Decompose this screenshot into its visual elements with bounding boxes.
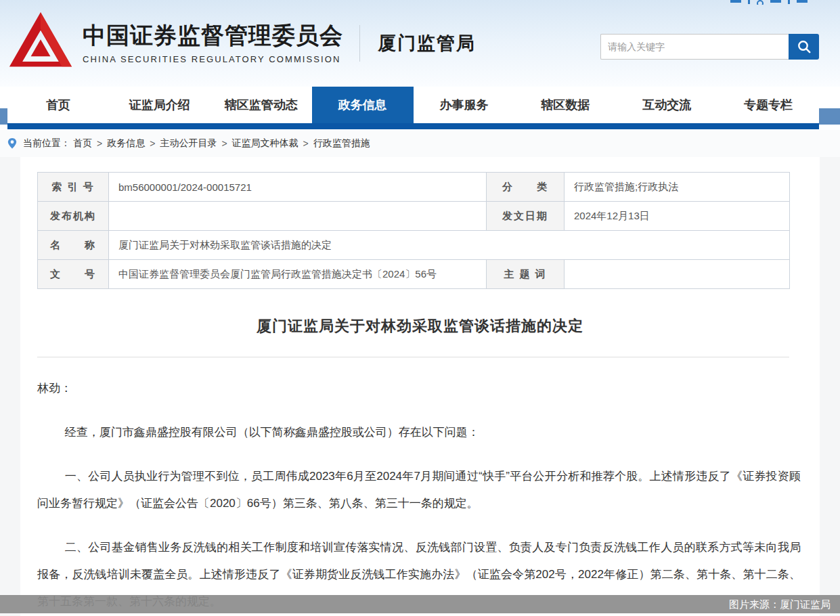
document-title: 厦门证监局关于对林劲采取监管谈话措施的决定: [20, 316, 820, 336]
nav-item-home[interactable]: 首页: [7, 87, 109, 123]
table-row: 发布机构 发文日期 2024年12月13日: [38, 202, 790, 231]
breadcrumb-separator: >: [221, 138, 227, 149]
nav-bar: 首页 证监局介绍 辖区监管动态 政务信息 办事服务 辖区数据 互动交流 专题专栏: [7, 87, 819, 123]
meta-value-issuer: [109, 202, 487, 231]
table-row: 名 称 厦门证监局关于对林劲采取监管谈话措施的决定: [38, 231, 790, 260]
meta-label-date: 发文日期: [487, 202, 565, 231]
meta-value-date: 2024年12月13日: [565, 202, 790, 231]
top-links-clipped: [730, 0, 808, 5]
table-row: 索 引 号 bm56000001/2024-00015721 分 类 行政监管措…: [38, 173, 790, 202]
breadcrumb-item-doc-types[interactable]: 证监局文种体裁: [232, 137, 299, 150]
search-icon: [797, 39, 812, 54]
meta-label-subject: 主 题 词: [487, 260, 565, 289]
image-source-bar: 图片来源：厦门证监局: [0, 595, 840, 613]
search-input[interactable]: [600, 34, 789, 60]
nav-item-interaction[interactable]: 互动交流: [616, 87, 717, 123]
nav-underline: [7, 123, 819, 129]
document-body: 林劲： 经查，厦门市鑫鼎盛控股有限公司（以下简称鑫鼎盛控股或公司）存在以下问题：…: [37, 375, 801, 615]
table-row: 文 号 中国证券监督管理委员会厦门监管局行政监管措施决定书〔2024〕56号 主…: [38, 260, 790, 289]
meta-value-index: bm56000001/2024-00015721: [109, 173, 487, 202]
org-name-en: CHINA SECURITIES REGULATORY COMMISSION: [83, 54, 343, 64]
breadcrumb-item-open-directory[interactable]: 主动公开目录: [160, 137, 217, 150]
document-meta-table: 索 引 号 bm56000001/2024-00015721 分 类 行政监管措…: [37, 172, 790, 289]
body-paragraph: 一、公司人员执业行为管理不到位，员工周伟成2023年6月至2024年7月期间通过…: [37, 463, 801, 517]
nav-item-gov-info[interactable]: 政务信息: [312, 87, 414, 123]
search-button[interactable]: [789, 34, 819, 60]
meta-label-name: 名 称: [38, 231, 109, 260]
csrc-logo-icon: [8, 11, 73, 76]
breadcrumb-item-gov-info[interactable]: 政务信息: [107, 137, 145, 150]
breadcrumb-prefix: 当前位置：: [23, 137, 70, 150]
body-paragraph: 经查，厦门市鑫鼎盛控股有限公司（以下简称鑫鼎盛控股或公司）存在以下问题：: [37, 419, 801, 446]
breadcrumb-item-home[interactable]: 首页: [73, 137, 92, 150]
nav-item-regional-updates[interactable]: 辖区监管动态: [211, 87, 312, 123]
nav-item-special-topics[interactable]: 专题专栏: [717, 87, 819, 123]
search-box: [600, 34, 819, 60]
page: 中国证券监督管理委员会 CHINA SECURITIES REGULATORY …: [0, 0, 840, 616]
meta-value-name: 厦门证监局关于对林劲采取监管谈话措施的决定: [109, 231, 790, 260]
meta-label-index: 索 引 号: [38, 173, 109, 202]
nav-item-services[interactable]: 办事服务: [414, 87, 515, 123]
meta-value-subject: [565, 260, 790, 289]
meta-label-docno: 文 号: [38, 260, 109, 289]
bureau-name: 厦门监管局: [378, 31, 476, 56]
breadcrumb-separator: >: [150, 138, 155, 149]
meta-value-category: 行政监管措施;行政执法: [565, 173, 790, 202]
nav-item-regional-data[interactable]: 辖区数据: [514, 87, 616, 123]
nav-item-bureau-intro[interactable]: 证监局介绍: [109, 87, 211, 123]
breadcrumb: 当前位置： 首页 > 政务信息 > 主动公开目录 > 证监局文种体裁 > 行政监…: [0, 130, 840, 157]
location-pin-icon: [7, 137, 18, 150]
org-name-cn: 中国证券监督管理委员会: [83, 22, 343, 49]
site-header: 中国证券监督管理委员会 CHINA SECURITIES REGULATORY …: [0, 0, 840, 87]
title-divider: [37, 357, 789, 357]
salutation: 林劲：: [37, 375, 801, 402]
meta-value-docno: 中国证券监督管理委员会厦门监管局行政监管措施决定书〔2024〕56号: [109, 260, 487, 289]
main-nav: 首页 证监局介绍 辖区监管动态 政务信息 办事服务 辖区数据 互动交流 专题专栏: [0, 87, 840, 130]
meta-label-issuer: 发布机构: [38, 202, 109, 231]
org-title-block: 中国证券监督管理委员会 CHINA SECURITIES REGULATORY …: [83, 22, 343, 64]
breadcrumb-item-admin-measures[interactable]: 行政监管措施: [313, 137, 370, 150]
breadcrumb-separator: >: [97, 138, 102, 149]
breadcrumb-separator: >: [303, 138, 309, 149]
meta-label-category: 分 类: [487, 173, 565, 202]
header-divider: [359, 25, 360, 62]
content-card: 索 引 号 bm56000001/2024-00015721 分 类 行政监管措…: [20, 157, 820, 616]
